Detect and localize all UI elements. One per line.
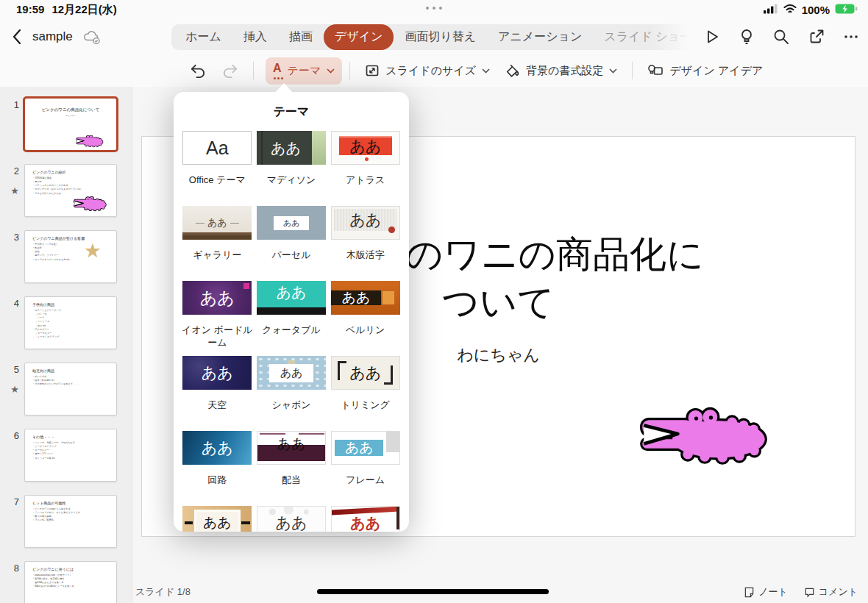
theme-option-frame[interactable]: ああフレーム — [328, 431, 402, 506]
theme-label: クォータブル — [255, 324, 329, 337]
slide-number: 4 — [0, 298, 19, 309]
comments-button[interactable]: コメント — [804, 585, 858, 599]
theme-label: マディソン — [255, 174, 329, 187]
theme-label: ベルリン — [328, 324, 402, 337]
theme-thumbnail: ああ — [331, 206, 400, 240]
slide-number: 1 — [0, 99, 19, 110]
theme-option-madison[interactable]: ああマディソン — [255, 131, 329, 206]
slide-thumbnail-1[interactable]: ピンクのワニの商品化についてわにちゃん — [24, 98, 117, 151]
document-title[interactable]: sample — [32, 29, 73, 44]
theme-option-redband[interactable]: ああ — [328, 506, 402, 532]
theme-thumbnail: ああ — [182, 431, 252, 465]
tab-transitions[interactable]: 画面切り替え — [394, 24, 487, 50]
notes-button[interactable]: ノート — [744, 585, 788, 599]
date: 12月22日(水) — [51, 3, 116, 17]
theme-label: シャボン — [255, 399, 329, 412]
slide-size-button[interactable]: スライドのサイズ — [357, 58, 497, 83]
tab-draw[interactable]: 描画 — [278, 24, 324, 50]
background-format-button[interactable]: 背景の書式設定 — [497, 58, 625, 84]
back-button[interactable] — [12, 28, 22, 49]
theme-label: イオン ボードルーム — [180, 324, 255, 349]
slide-panel: 1ピンクのワニの商品化についてわにちゃん2★ピンクのワニの紹介・1995年春に誕… — [0, 87, 132, 603]
slide-subtitle-text[interactable]: わにちゃん — [457, 344, 540, 366]
theme-option-circuit[interactable]: ああ回路 — [180, 431, 255, 506]
crocodile-drawing — [73, 195, 107, 212]
comment-icon — [804, 587, 815, 598]
design-ideas-button[interactable]: デザイン アイデア — [640, 58, 770, 83]
tab-home[interactable]: ホーム — [174, 24, 232, 50]
theme-panel-title: テーマ — [174, 92, 409, 120]
slide-thumbnail-3[interactable]: ピンクのワニ商品が受ける客層・子供向け（～小学生）・私自身・女性・親子ペア、ファ… — [24, 230, 117, 283]
slide-scrubber[interactable] — [317, 589, 549, 594]
slide-thumbnail-7[interactable]: ヒット商品の可能性・ピンクのワニは誰からも愛される・インパクトがあり、すぐに覚え… — [24, 495, 117, 548]
crocodile-drawing[interactable] — [638, 402, 769, 467]
slide-counter: スライド 1/8 — [133, 585, 191, 599]
wifi-icon — [783, 4, 797, 16]
theme-thumbnail: ああ — [182, 281, 252, 315]
theme-icon: A — [273, 63, 282, 79]
theme-option-ion[interactable]: ああイオン ボードルーム — [180, 281, 255, 356]
theme-option-celestial[interactable]: ああ天空 — [180, 356, 255, 431]
theme-label: フレーム — [328, 474, 402, 487]
theme-button-label: テーマ — [288, 64, 321, 78]
theme-label: アトラス — [328, 174, 402, 187]
redo-button[interactable] — [214, 57, 246, 85]
tab-fade — [651, 24, 695, 50]
theme-option-berlin[interactable]: ああベルリン — [328, 281, 402, 356]
slide-thumbnail-6[interactable]: その他・・・・ハンカチ、化粧ポーチ、小物入れなど・ケータイストラップ・キーホルダ… — [24, 429, 117, 482]
chevron-down-icon — [609, 68, 617, 74]
slide-number: 3 — [0, 232, 19, 243]
note-icon — [744, 587, 755, 598]
theme-panel: テーマ AaOffice テーマああマディソンああアトラスああギャラリーああパー… — [174, 92, 409, 532]
cloud-sync-icon — [82, 29, 102, 48]
slide-number: 7 — [0, 496, 19, 507]
footer-bar: スライド 1/8 ノート コメント — [133, 581, 868, 603]
theme-option-droplet[interactable]: ああ — [255, 506, 329, 532]
theme-option-dividend[interactable]: ああ配当 — [255, 431, 329, 506]
more-options-button[interactable] — [843, 28, 859, 46]
theme-option-office[interactable]: AaOffice テーマ — [180, 131, 255, 206]
tab-insert[interactable]: 挿入 — [232, 24, 278, 50]
theme-option-quotable[interactable]: ああクォータブル — [255, 281, 329, 356]
theme-dropdown-button[interactable]: A テーマ — [266, 57, 342, 85]
ideas-lightbulb-button[interactable] — [739, 28, 755, 46]
search-button[interactable] — [772, 28, 790, 46]
notes-label: ノート — [758, 585, 788, 599]
theme-option-atlas[interactable]: ああアトラス — [328, 131, 402, 206]
multitask-handle[interactable] — [426, 7, 442, 10]
share-button[interactable] — [808, 28, 825, 46]
background-format-label: 背景の書式設定 — [526, 64, 603, 78]
tab-bar: ホーム挿入描画デザイン画面切り替えアニメーションスライド ショー — [171, 24, 695, 50]
slide-thumbnail-5[interactable]: 幼児向け商品・ぬいぐるみ・絵本（読み聞かせ）・その他玩具にピンクのワニを加えて．… — [24, 363, 117, 415]
theme-option-parcel[interactable]: ああパーセル — [255, 206, 329, 281]
theme-label: ギャラリー — [180, 249, 255, 262]
theme-option-woodtype[interactable]: ああ木版活字 — [328, 206, 402, 281]
tab-design[interactable]: デザイン — [324, 24, 394, 50]
slide-thumbnail-4[interactable]: 子供向け商品・ステーショナリーグッズ- けしごむ- ノート- ペンケース- 文具… — [24, 296, 117, 349]
crocodile-drawing — [76, 134, 104, 148]
battery-icon — [835, 4, 858, 16]
theme-label: Office テーマ — [180, 174, 255, 187]
ribbon-toolbar: A テーマ スライドのサイズ 背景の書式設定 デザイン アイデア — [0, 54, 868, 87]
play-slideshow-button[interactable] — [703, 28, 721, 46]
slide-thumbnail-8[interactable]: ピンクのワニに会うには・www.wanichan.com（公式サイト）・朝7時に… — [24, 561, 117, 603]
theme-thumbnail: ああ — [331, 281, 400, 315]
theme-option-gallery[interactable]: ああギャラリー — [180, 206, 255, 281]
theme-grid: AaOffice テーマああマディソンああアトラスああギャラリーああパーセルああ… — [174, 131, 409, 532]
undo-button[interactable] — [182, 57, 214, 85]
chevron-down-icon — [327, 68, 335, 74]
design-ideas-label: デザイン アイデア — [669, 64, 763, 78]
theme-thumbnail: ああ — [331, 431, 400, 465]
slide-list: 1ピンクのワニの商品化についてわにちゃん2★ピンクのワニの紹介・1995年春に誕… — [0, 98, 132, 603]
tab-animations[interactable]: アニメーション — [487, 24, 593, 50]
theme-option-wood2[interactable]: ああ — [180, 506, 255, 532]
comments-label: コメント — [819, 585, 858, 599]
theme-thumbnail: ああ — [331, 356, 400, 390]
theme-thumbnail: ああ — [182, 356, 252, 390]
status-bar: 19:59 12月22日(水) 100% — [0, 0, 868, 19]
theme-option-crop[interactable]: ああトリミング — [328, 356, 402, 431]
theme-option-savon[interactable]: ああシャボン — [255, 356, 329, 431]
slide-thumbnail-2[interactable]: ピンクのワニの紹介・1995年春に誕生・男の子・ツチノコといわれたことがある・さ… — [24, 164, 117, 217]
slide-number: 2 — [0, 165, 19, 176]
theme-label: パーセル — [255, 249, 329, 262]
